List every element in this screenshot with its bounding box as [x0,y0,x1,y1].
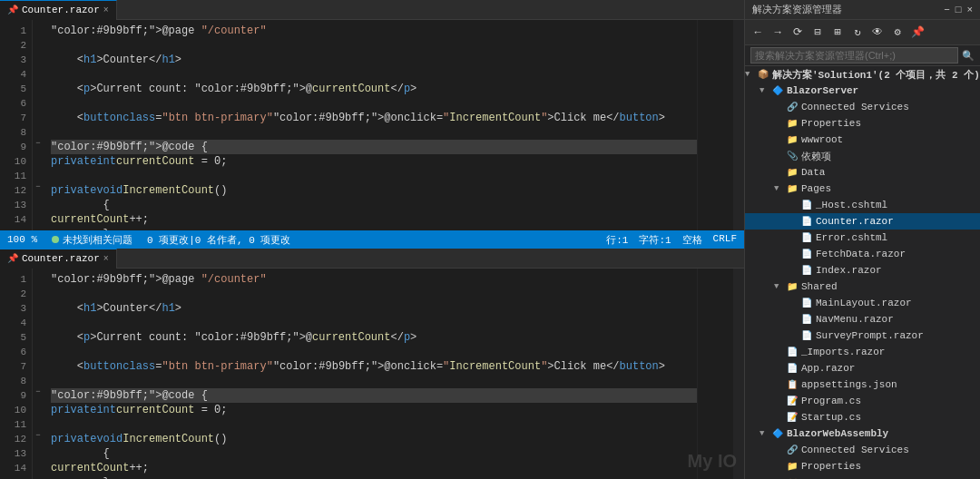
tree-file-icon: 📄 [799,312,814,327]
top-tab-close[interactable]: × [103,5,109,15]
tree-item-label: Properties [801,118,861,129]
tree-item[interactable]: 📄MainLayout.razor [745,295,980,311]
tree-item-label: Connected Services [801,102,909,112]
fold-indicator [33,443,44,457]
line-number: 4 [0,316,26,330]
tree-item[interactable]: 📄Error.cshtml [745,230,980,246]
window-controls: − □ × [944,5,973,15]
fold-indicator [33,356,44,370]
code-line: currentCount++; [51,461,697,475]
tree-item[interactable]: 📁Shared [745,279,980,295]
toolbar-props-btn[interactable]: ⚙ [888,24,906,42]
line-number: 9 [0,140,26,154]
code-line: private void IncrementCount() [51,183,697,198]
line-label: 行:1 [606,233,628,247]
tree-chevron-icon[interactable] [760,429,770,438]
line-number: 10 [0,403,26,417]
tree-item[interactable]: 📁wwwroot [745,474,980,479]
top-tab-counter[interactable]: 📌 Counter.razor × [0,0,117,20]
tree-chevron-icon[interactable] [745,70,756,79]
line-number: 14 [0,212,26,227]
code-line [51,125,697,140]
tree-item[interactable]: 📁Properties [745,458,980,474]
bottom-code-content[interactable]: "color:#9b9bff;">@page "/counter" <h1>Co… [44,269,697,479]
status-dot-icon [52,236,59,243]
toolbar-collapse-btn[interactable]: ⊞ [828,24,847,42]
tree-item[interactable]: 📄App.razor [745,360,980,376]
bottom-tab-counter[interactable]: 📌 Counter.razor × [0,249,117,269]
tree-file-icon: 📄 [799,230,814,245]
maximize-btn[interactable]: □ [956,5,962,15]
top-editor: 📌 Counter.razor × 1234567891011121314151… [0,0,744,230]
tree-item[interactable]: 📄SurveyPrompt.razor [745,327,980,344]
line-number: 12 [0,432,26,446]
tree-item[interactable]: 📝Program.cs [745,393,980,409]
toolbar-sync-btn[interactable]: ⟳ [789,24,807,42]
toolbar-refresh-btn[interactable]: ↻ [848,24,867,42]
tree-item[interactable]: 📄Index.razor [745,262,980,279]
fold-indicator [33,457,44,472]
toolbar-show-all-btn[interactable]: 👁 [868,24,887,42]
tree-item[interactable]: 📁Pages [745,181,980,197]
toolbar-filter-btn[interactable]: ⊟ [808,24,827,42]
main-container: 📌 Counter.razor × 1234567891011121314151… [0,0,980,479]
tree-item[interactable]: 📋appsettings.json [745,376,980,393]
toolbar-pin-btn[interactable]: 📌 [908,24,926,42]
tree-item[interactable]: 🔗Connected Services [745,442,980,458]
line-number: 15 [0,475,26,479]
top-scroll[interactable] [733,20,744,230]
code-line: "color:#9b9bff;">@page "/counter" [51,24,697,38]
tree-item[interactable]: 📝Startup.cs [745,409,980,425]
close-btn[interactable]: × [966,5,973,15]
status-bar: 100 % 未找到相关问题 0 项更改|0 名作者, 0 项更改 行:1 字符:… [0,230,744,249]
tree-item[interactable]: 🔷BlazorServer [745,83,980,99]
tree-item[interactable]: 📁Properties [745,115,980,132]
tree-item[interactable]: 📄_Imports.razor [745,344,980,360]
code-line [51,287,697,301]
code-line: private void IncrementCount() [51,432,697,446]
top-code-content[interactable]: "color:#9b9bff;">@page "/counter" <h1>Co… [44,20,697,230]
line-number: 7 [0,111,26,125]
bottom-editor: 📌 Counter.razor × 1234567891011121314151… [0,249,744,479]
minimize-btn[interactable]: − [944,5,950,15]
tree-file-icon: 📁 [785,116,799,131]
line-number: 14 [0,461,26,475]
status-right: 行:1 字符:1 空格 CRLF [606,233,737,247]
bottom-scroll[interactable] [733,269,744,479]
toolbar-back-btn[interactable]: ← [749,24,767,42]
tree-chevron-icon[interactable] [774,282,785,291]
tree-item[interactable]: 📁wwwroot [745,132,980,148]
tree-item[interactable]: 📦解决方案'Solution1'(2 个项目，共 2 个) [745,66,980,83]
tree-item[interactable]: 🔗Connected Services [745,99,980,115]
tree-item-label: Shared [801,281,838,292]
tree-item[interactable]: 📄Counter.razor [745,213,980,230]
no-issues-label: 未找到相关问题 [63,233,132,247]
code-line: { [51,446,697,461]
line-number: 13 [0,446,26,461]
solution-search-input[interactable] [750,47,958,64]
top-editor-area: 1234567891011121314151617 −− "color:#9b9… [0,20,744,230]
tree-item[interactable]: 📎依赖项 [745,148,980,164]
git-label: 0 项更改|0 名作者, 0 项更改 [147,233,290,247]
tree-item-label: Connected Services [801,445,909,455]
toolbar-forward-btn[interactable]: → [769,24,787,42]
fold-indicator [33,298,44,312]
line-number: 2 [0,38,26,53]
code-line [51,316,697,330]
tree-item-label: Program.cs [801,396,861,406]
encoding-label: CRLF [713,233,737,247]
line-number: 3 [0,301,26,316]
tree-item[interactable]: 📄NavMenu.razor [745,311,980,327]
tree-chevron-icon[interactable] [760,86,770,95]
bottom-line-numbers: 1234567891011121314151617 [0,269,33,479]
bottom-tab-filename: Counter.razor [22,253,100,264]
tree-item[interactable]: 🔷BlazorWebAssembly [745,425,980,442]
tree-chevron-icon[interactable] [774,184,785,193]
top-tab-bar: 📌 Counter.razor × [0,0,744,20]
bottom-tab-close[interactable]: × [103,254,109,264]
tree-item[interactable]: 📄FetchData.razor [745,246,980,262]
tree-item[interactable]: 📁Data [745,164,980,181]
tree-item-label: NavMenu.razor [816,314,894,325]
tree-item[interactable]: 📄_Host.cshtml [745,197,980,213]
tree-item-label: _Host.cshtml [816,200,887,210]
